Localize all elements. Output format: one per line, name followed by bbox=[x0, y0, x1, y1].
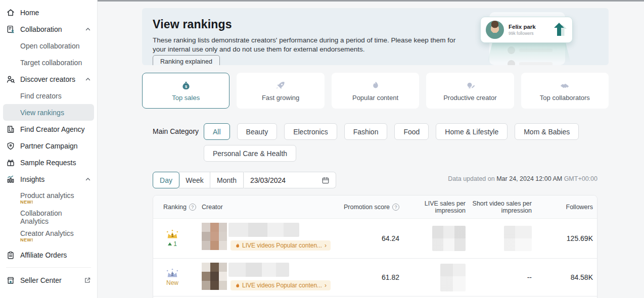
column-followers: Followers bbox=[537, 195, 597, 218]
help-icon[interactable]: ? bbox=[392, 204, 399, 211]
chevron-up-icon[interactable] bbox=[85, 76, 91, 82]
sidebar-item-home[interactable]: Home bbox=[0, 4, 97, 21]
live-sales-cell bbox=[404, 219, 471, 258]
updated-time: Mar 24, 2024 12:00 AM bbox=[496, 175, 562, 182]
flame-icon bbox=[370, 80, 381, 91]
building-icon bbox=[6, 125, 15, 134]
blurred-value bbox=[504, 226, 532, 251]
main-content: View rankings These ranking lists demons… bbox=[98, 0, 644, 298]
updated-prefix: Data updated on bbox=[448, 175, 494, 182]
tab-productive-creator[interactable]: Productive creator bbox=[426, 73, 514, 109]
ranking-explained-button[interactable]: Ranking explained bbox=[153, 55, 220, 65]
short-video-sales-cell bbox=[471, 219, 537, 258]
category-chip-beauty[interactable]: Beauty bbox=[237, 123, 278, 140]
sidebar-item-collaboration-analytics[interactable]: Collaboration Analytics bbox=[0, 209, 97, 225]
sidebar-item-view-rankings[interactable]: View rankings bbox=[3, 104, 94, 121]
date-picker[interactable]: 23/03/2024 bbox=[244, 172, 336, 188]
column-ranking: Ranking ? bbox=[153, 195, 192, 218]
clipboard-icon bbox=[6, 251, 15, 260]
ranking-table: Ranking ? Creator Promotion score ? LIVE… bbox=[153, 195, 597, 298]
sidebar-item-insights[interactable]: Insights bbox=[0, 171, 97, 187]
sidebar-item-collaboration[interactable]: Collaboration bbox=[0, 21, 97, 37]
blurred-creator-name bbox=[228, 263, 289, 277]
tab-label: Top sales bbox=[172, 94, 200, 102]
external-link-icon[interactable] bbox=[84, 277, 91, 284]
category-chip-electronics[interactable]: Electronics bbox=[284, 123, 337, 140]
sidebar-item-label: Partner Campaign bbox=[20, 142, 78, 150]
creator-followers: 99k followers bbox=[509, 31, 536, 36]
tab-top-sales[interactable]: $ Top sales bbox=[142, 73, 229, 109]
sidebar-item-label: Collaboration bbox=[20, 25, 62, 33]
period-row: Day Week Month 23/03/2024 Data updated o… bbox=[153, 172, 597, 188]
rank-cell: 2 New bbox=[153, 259, 192, 296]
sidebar-item-partner-campaign[interactable]: Partner Campaign bbox=[0, 137, 97, 154]
blurred-avatar bbox=[202, 223, 227, 250]
period-segmented-control: Day Week Month bbox=[153, 172, 244, 188]
content-tag[interactable]: LIVE videos Popular conten... › bbox=[231, 240, 331, 251]
sidebar-item-label: Discover creators bbox=[20, 75, 75, 83]
tab-label: Popular content bbox=[352, 94, 398, 102]
new-badge: NEW! bbox=[20, 237, 33, 242]
page-title: View rankings bbox=[153, 18, 232, 31]
category-chip-mom-babies[interactable]: Mom & Babies bbox=[515, 123, 579, 140]
sidebar-item-label: View rankings bbox=[20, 109, 64, 117]
sidebar-item-label: Collaboration Analytics bbox=[20, 209, 91, 225]
storefront-icon bbox=[6, 276, 15, 285]
sidebar-item-find-creator-agency[interactable]: Find Creator Agency bbox=[0, 121, 97, 137]
table-row[interactable]: 1 1 bbox=[153, 219, 597, 259]
avatar bbox=[486, 21, 504, 39]
live-sales-cell bbox=[404, 259, 471, 296]
tab-label: Fast growing bbox=[262, 94, 299, 102]
sidebar-item-label: Find Creator Agency bbox=[20, 125, 85, 133]
short-video-sales-cell: -- bbox=[471, 259, 537, 296]
chevron-up-icon[interactable] bbox=[85, 26, 91, 32]
sidebar-item-label: Seller Center bbox=[20, 276, 62, 284]
category-chip-personal-care-health[interactable]: Personal Care & Health bbox=[204, 145, 296, 162]
gift-icon bbox=[6, 158, 15, 167]
sidebar-item-seller-center[interactable]: Seller Center bbox=[0, 272, 97, 288]
gold-crown-icon: 1 bbox=[166, 229, 179, 239]
discover-creators-icon bbox=[6, 75, 15, 84]
period-option-week[interactable]: Week bbox=[179, 172, 210, 188]
blurred-value bbox=[440, 264, 466, 291]
sidebar-item-affiliate-orders[interactable]: Affiliate Orders bbox=[0, 246, 97, 263]
category-chip-all[interactable]: All bbox=[204, 123, 230, 140]
flame-icon bbox=[235, 242, 240, 249]
tab-fast-growing[interactable]: Fast growing bbox=[237, 73, 324, 109]
table-row[interactable]: 2 New LIVE videos Popular conten. bbox=[153, 259, 597, 296]
sidebar: Home Collaboration Open collaboration Ta… bbox=[0, 0, 98, 298]
sidebar-item-find-creators[interactable]: Find creators bbox=[0, 87, 97, 104]
rank-up-arrow-icon bbox=[554, 23, 567, 37]
chevron-up-icon[interactable] bbox=[85, 176, 91, 182]
sidebar-item-product-analytics[interactable]: Product analytics NEW! bbox=[0, 187, 97, 209]
sidebar-item-sample-requests[interactable]: Sample Requests bbox=[0, 154, 97, 171]
content-tag[interactable]: LIVE videos Popular conten... › bbox=[231, 280, 331, 290]
category-filter-label: Main Category bbox=[153, 123, 204, 162]
sidebar-item-label: Sample Requests bbox=[20, 159, 76, 167]
silver-crown-icon: 2 bbox=[166, 268, 179, 278]
date-value: 23/03/2024 bbox=[250, 176, 286, 184]
creator-rank-card: Felix park 99k followers bbox=[480, 17, 573, 43]
sidebar-item-label: Home bbox=[20, 9, 39, 17]
creator-cell: LIVE videos Popular conten... › bbox=[192, 259, 335, 296]
blurred-creator-name bbox=[228, 223, 299, 237]
sidebar-item-target-collaboration[interactable]: Target collaboration bbox=[0, 54, 97, 71]
period-option-month[interactable]: Month bbox=[210, 172, 244, 188]
category-chip-food[interactable]: Food bbox=[394, 123, 429, 140]
rank-change-new: New bbox=[166, 279, 178, 286]
sidebar-item-label: Open collaboration bbox=[20, 42, 80, 50]
updated-timezone: GMT+00:00 bbox=[564, 175, 597, 182]
creator-name: Felix park bbox=[509, 24, 536, 30]
category-chip-home-lifestyle[interactable]: Home & Lifestyle bbox=[436, 123, 508, 140]
data-updated-text: Data updated on Mar 24, 2024 12:00 AM GM… bbox=[448, 175, 597, 182]
page-description: These ranking lists demonstrate creators… bbox=[153, 36, 456, 54]
sidebar-item-creator-analytics[interactable]: Creator Analytics NEW! bbox=[0, 225, 97, 246]
category-chip-fashion[interactable]: Fashion bbox=[344, 123, 388, 140]
sidebar-item-open-collaboration[interactable]: Open collaboration bbox=[0, 37, 97, 54]
table-header: Ranking ? Creator Promotion score ? LIVE… bbox=[153, 195, 597, 219]
sidebar-item-discover-creators[interactable]: Discover creators bbox=[0, 71, 97, 87]
money-bag-icon: $ bbox=[180, 80, 192, 91]
tab-popular-content[interactable]: Popular content bbox=[332, 73, 419, 109]
period-option-day[interactable]: Day bbox=[153, 172, 179, 188]
tab-top-collaborators[interactable]: Top collaborators bbox=[521, 73, 609, 109]
